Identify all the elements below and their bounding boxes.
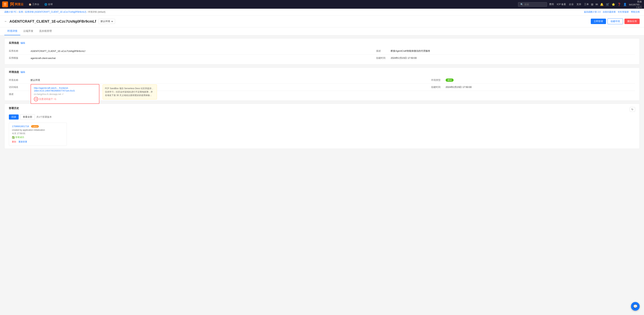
- env-info-section: 环境信息 编辑 环境名称 默认环境 环境类型 测试 访问域名 http://ag…: [4, 67, 640, 101]
- rollback-button[interactable]: 回滚: [9, 114, 19, 119]
- table-row: 应用模版 agentcraft-client-wechat 创建时间 2024年…: [9, 55, 635, 62]
- app-info-section: 应用信息 编辑 应用名称 AGENTCRAFT_CLIENT_1E-uCzc7U…: [4, 38, 640, 64]
- nav-support[interactable]: 支持: [576, 3, 581, 6]
- username: tb6195793-...: [629, 3, 642, 6]
- tab-pipeline[interactable]: 流水线管理: [36, 27, 55, 35]
- env-type-label: 环境类型: [424, 77, 446, 84]
- search-input[interactable]: [524, 3, 545, 6]
- search-icon: 🔍: [520, 3, 523, 6]
- delete-app-button[interactable]: 删除应用: [624, 19, 640, 24]
- success-icon: ✅: [12, 136, 15, 139]
- app-template-label: 应用模版: [9, 55, 30, 62]
- env-info-edit[interactable]: 编辑: [20, 70, 25, 74]
- version-count: 共1个部署版本: [36, 115, 52, 119]
- create-env-button[interactable]: 创建环境: [608, 18, 623, 24]
- redeploy-link[interactable]: 重新部署: [18, 140, 27, 143]
- menu-button[interactable]: ☰: [2, 1, 8, 7]
- content: 应用信息 编辑 应用名称 AGENTCRAFT_CLIENT_1E-uCzc7U…: [0, 35, 644, 314]
- created-time-value: 2024年2月23日 17:50:00: [390, 55, 635, 62]
- account-label: 主账号: [629, 6, 642, 9]
- warning-tooltip: FCF SandBox 项目 Serverless Devs 社区所提供，仅供学…: [103, 84, 157, 100]
- breadcrumb-app-detail[interactable]: 应用详情 (AGENTCRAFT_CLIENT_1E-uCzc7UsNg0FBr…: [25, 10, 86, 13]
- user-icon[interactable]: 👤: [623, 3, 627, 6]
- breadcrumb-sep-1: /: [17, 11, 18, 13]
- refresh-button[interactable]: ↻: [630, 107, 635, 112]
- global-label: 全球: [48, 3, 53, 6]
- breadcrumb-app[interactable]: 应用: [19, 10, 23, 13]
- env-select[interactable]: 默认环境 ▾: [98, 19, 115, 24]
- workbench-nav[interactable]: 🏠 工作台: [27, 3, 41, 6]
- top-nav: ☰ 阿 阿里云 🏠 工作台 🌐 全球 🔍 费用 ICP 备案 企业 支持 工单 …: [0, 0, 644, 9]
- deploy-status: ✅ 部署成功: [12, 136, 64, 139]
- lang-selector[interactable]: 简体: [629, 0, 642, 3]
- app-name-label: 应用名称: [9, 47, 30, 55]
- nav-fee[interactable]: 费用: [549, 3, 554, 6]
- nav-enterprise[interactable]: 企业: [569, 3, 574, 6]
- breadcrumb-right: 返回函数计算 2.0 自助问题排查 钉钉答疑群 帮助文档: [584, 10, 640, 13]
- dingding-link[interactable]: 钉钉答疑群: [618, 10, 629, 13]
- deploy-actions: 删除 重新部署: [12, 140, 64, 143]
- env-created-time-value: 2024年2月23日 17:50:00: [446, 84, 635, 91]
- env-type-value: 测试: [446, 77, 635, 84]
- env-created-time-label: 创建时间: [424, 84, 446, 91]
- app-info-edit[interactable]: 编辑: [20, 41, 25, 45]
- chat-icon-glyph: 💬: [633, 304, 638, 309]
- desc-label: 描述: [369, 47, 390, 55]
- deploy-toolbar: 回滚 查看全部 共1个部署版本: [9, 114, 635, 120]
- domain-popup-secondary[interactable]: cn-hangzhou.fc.devsapp.net ↗: [34, 93, 64, 95]
- bell-icon[interactable]: 🔔: [600, 3, 604, 6]
- home-icon: 🏠: [28, 3, 32, 6]
- deploy-card: 1708681801718 Latest created by applicat…: [9, 123, 67, 146]
- global-nav[interactable]: 🌐 全球: [43, 3, 54, 6]
- logo: 阿 阿里云: [10, 2, 24, 7]
- deploy-history-title: 部署历史: [9, 107, 19, 110]
- breadcrumb-fc[interactable]: 函数计算 FC: [4, 10, 16, 13]
- search-box[interactable]: 🔍: [518, 2, 547, 7]
- env-name-value: 默认环境: [30, 77, 424, 84]
- nav-icons: ⊞ ✉ 🔔 🛒 ⭐ ❓ 👤: [591, 3, 627, 6]
- star-icon[interactable]: ⭐: [612, 3, 615, 6]
- table-row: 访问域名 http://agentcraft-wechat-wsserver-y…: [9, 84, 635, 91]
- cart-icon[interactable]: 🛒: [606, 3, 610, 6]
- domain-popup: http://agentcraft-wech... frontend-18en.…: [30, 84, 99, 104]
- env-type-badge: 测试: [446, 78, 454, 82]
- app-info-header: 应用信息 编辑: [9, 41, 635, 45]
- help-doc-link[interactable]: 帮助文档: [631, 10, 640, 13]
- nav-ticket[interactable]: 工单: [584, 3, 589, 6]
- deploy-desc: created by application initialization: [12, 129, 64, 131]
- help-icon[interactable]: ❓: [618, 3, 621, 6]
- domain-popup-box: http://agentcraft-wech... frontend-18en.…: [30, 84, 99, 104]
- back-button[interactable]: ←: [4, 20, 7, 23]
- domain-popup-main-link[interactable]: http://agentcraft-wech... frontend-18en.…: [34, 87, 96, 92]
- return-fc2-link[interactable]: 返回函数计算 2.0: [584, 10, 600, 13]
- page-header-right: 立即部署 创建环境 删除应用: [591, 18, 640, 24]
- deploy-now-button[interactable]: 立即部署: [591, 19, 606, 24]
- env-select-label: 默认环境: [101, 20, 110, 23]
- app-info-table: 应用名称 AGENTCRAFT_CLIENT_1E-uCzc7UsNg0FBr9…: [9, 47, 635, 61]
- logo-icon: 阿: [10, 2, 14, 7]
- app-template-value: agentcraft-client-wechat: [30, 55, 369, 62]
- tab-env-detail[interactable]: 环境详情: [4, 27, 20, 35]
- delete-deploy-link[interactable]: 删除: [12, 140, 16, 143]
- env-desc-label: 描述: [9, 91, 30, 98]
- view-all-button[interactable]: 查看全部: [20, 114, 35, 120]
- chat-button[interactable]: 💬: [631, 302, 640, 311]
- env-info-header: 环境信息 编辑: [9, 70, 635, 74]
- mail-icon[interactable]: ✉: [596, 3, 598, 6]
- self-help-link[interactable]: 自助问题排查: [603, 10, 616, 13]
- nav-links: 费用 ICP 备案 企业 支持 工单: [549, 3, 589, 6]
- domain-plus-badge[interactable]: +1: [34, 97, 38, 101]
- tab-cloud-dev[interactable]: 云端开发: [20, 27, 36, 35]
- breadcrumb-current: 环境详情 (default): [88, 10, 105, 13]
- breadcrumb: 函数计算 FC / 应用 / 应用详情 (AGENTCRAFT_CLIENT_1…: [0, 9, 644, 15]
- app-name-value: AGENTCRAFT_CLIENT_1E-uCzc7UsNg0FBr9cmLf: [30, 47, 369, 55]
- deploy-id[interactable]: 1708681801718: [12, 125, 29, 128]
- grid-icon[interactable]: ⊞: [591, 3, 593, 6]
- logo-text: 阿里云: [15, 2, 24, 6]
- user-area[interactable]: 简体 tb6195793-... 主账号: [629, 0, 642, 9]
- deploy-status-text: 部署成功: [16, 136, 24, 139]
- nav-icp[interactable]: ICP 备案: [557, 3, 566, 6]
- breadcrumb-sep-3: /: [87, 11, 88, 13]
- domain-value: http://agentcraft-wechat-wsserver-ycer.f…: [30, 84, 424, 91]
- workbench-label: 工作台: [32, 3, 39, 6]
